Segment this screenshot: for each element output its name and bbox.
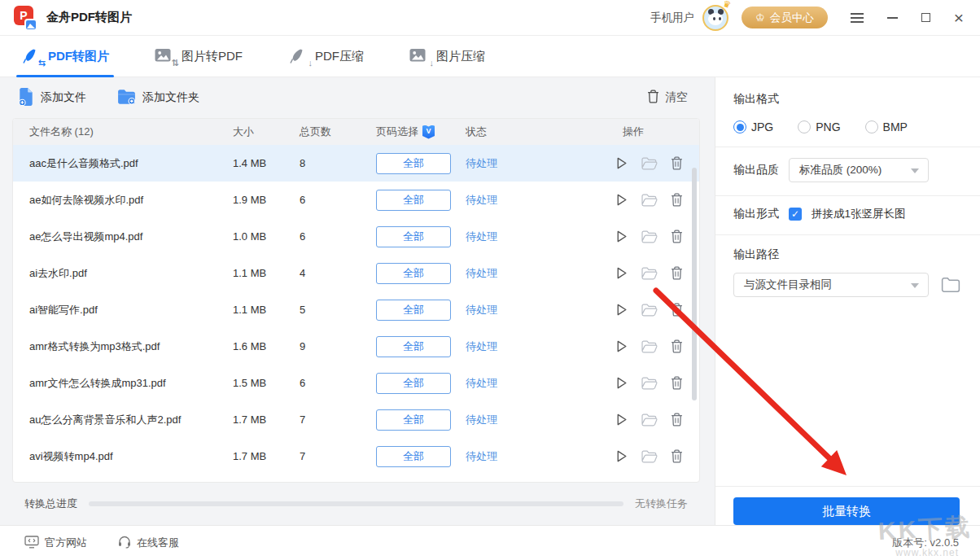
picture-compress-icon: ↓ [409,48,429,64]
radio-icon [798,120,811,133]
table-row[interactable]: aac是什么音频格式.pdf1.4 MB8全部待处理 [13,145,699,182]
header-status: 状态 [466,125,547,139]
open-folder-icon[interactable] [641,194,658,207]
batch-convert-button[interactable]: 批量转换 [733,497,960,525]
table-row[interactable]: 全部 [13,475,699,483]
file-size: 1.7 MB [233,450,300,462]
page-select-button[interactable]: 全部 [376,336,451,357]
radio-icon [865,120,878,133]
delete-icon[interactable] [671,376,683,390]
table-row[interactable]: ae怎么导出视频mp4.pdf1.0 MB6全部待处理 [13,218,699,255]
file-name: amr文件怎么转换成mp31.pdf [13,376,233,391]
format-radio-bmp[interactable]: BMP [865,120,908,133]
open-folder-icon[interactable] [641,377,658,390]
file-size: 1.4 MB [233,157,300,169]
page-select-button[interactable]: 全部 [376,373,451,394]
headset-icon [118,536,131,551]
open-folder-icon[interactable] [641,304,658,317]
delete-icon[interactable] [671,413,683,427]
progress-row: 转换总进度 无转换任务 [0,483,715,525]
tab-image-compress[interactable]: ↓图片压缩 [405,36,490,77]
delete-icon[interactable] [671,449,683,463]
file-pages: 8 [300,157,361,169]
official-site-link[interactable]: 官方网站 [24,536,87,551]
play-icon[interactable] [615,230,628,243]
stitch-checkbox[interactable]: ✓ [789,208,802,221]
play-icon[interactable] [615,376,628,390]
page-select-button[interactable]: 全部 [376,446,451,467]
add-file-button[interactable]: 添加文件 [18,88,86,108]
play-icon[interactable] [615,413,628,427]
play-icon[interactable] [615,266,628,280]
open-folder-icon[interactable] [641,413,658,427]
file-size: 1.1 MB [233,304,300,316]
add-folder-button[interactable]: 添加文件夹 [117,89,199,107]
delete-icon[interactable] [671,266,683,280]
tab-pdf-to-image[interactable]: ⇆PDF转图片 [16,36,114,77]
open-folder-icon[interactable] [641,340,658,353]
page-select-button[interactable]: 全部 [376,483,451,483]
table-row[interactable]: ai智能写作.pdf1.1 MB5全部待处理 [13,291,699,328]
scrollbar-thumb[interactable] [692,168,697,400]
open-folder-icon[interactable] [641,157,658,170]
vip-badge-icon: V [422,125,435,139]
vip-center-button[interactable]: ♔ 会员中心 [742,7,828,28]
format-radio-jpg[interactable]: JPG [733,120,773,133]
table-row[interactable]: amr文件怎么转换成mp31.pdf1.5 MB6全部待处理 [13,365,699,401]
minimize-icon[interactable] [887,17,898,19]
play-icon[interactable] [615,156,628,170]
play-icon[interactable] [615,193,628,207]
file-name: ae如何去除视频水印.pdf [13,193,233,208]
open-folder-icon[interactable] [641,230,658,243]
page-select-button[interactable]: 全部 [376,409,451,431]
tab-pdf-compress[interactable]: ↓PDF压缩 [283,36,369,77]
table-row[interactable]: ai去水印.pdf1.1 MB4全部待处理 [13,255,699,291]
page-select-button[interactable]: 全部 [376,190,451,211]
page-select-button[interactable]: 全部 [376,300,451,321]
maximize-icon[interactable] [921,13,930,22]
crown-icon: ♔ [755,12,765,23]
header-file-name: 文件名称 (12) [29,125,94,139]
format-radio-png[interactable]: PNG [798,120,840,133]
browse-folder-icon[interactable] [941,277,960,293]
open-folder-icon[interactable] [641,267,658,280]
file-name: au怎么分离背景音乐和人声2.pdf [13,413,233,427]
play-icon[interactable] [615,303,628,317]
clear-button[interactable]: 清空 [647,90,688,106]
output-path-label: 输出路径 [733,247,960,262]
online-support-link[interactable]: 在线客服 [118,536,179,551]
close-icon[interactable]: × [954,12,964,24]
page-select-button[interactable]: 全部 [376,153,451,174]
play-icon[interactable] [615,449,628,463]
delete-icon[interactable] [671,156,683,170]
delete-icon[interactable] [671,303,683,317]
delete-icon[interactable] [671,230,683,243]
delete-icon[interactable] [671,193,683,207]
menu-icon[interactable] [851,13,864,23]
tab-image-to-pdf[interactable]: ⇅图片转PDF [150,36,247,77]
monitor-icon [24,536,39,551]
table-row[interactable]: ae如何去除视频水印.pdf1.9 MB6全部待处理 [13,182,699,218]
trash-icon [647,90,659,106]
page-select-button[interactable]: 全部 [376,263,451,284]
file-name: ae怎么导出视频mp4.pdf [13,230,233,244]
file-name: ai去水印.pdf [13,266,233,281]
user-avatar[interactable]: ♛ [702,5,728,31]
output-path-select[interactable]: 与源文件目录相同 [733,273,929,297]
header-actions: 操作 [547,125,699,139]
open-folder-icon[interactable] [641,450,658,463]
file-status: 待处理 [466,230,547,244]
play-icon[interactable] [615,339,628,353]
progress-status: 无转换任务 [635,497,688,511]
file-status: 待处理 [466,449,547,464]
table-row[interactable]: amr格式转换为mp3格式.pdf1.6 MB9全部待处理 [13,328,699,365]
output-quality-select[interactable]: 标准品质 (200%) [789,158,929,182]
table-row[interactable]: au怎么分离背景音乐和人声2.pdf1.7 MB7全部待处理 [13,401,699,438]
page-select-button[interactable]: 全部 [376,226,451,247]
table-row[interactable]: avi视频转mp4.pdf1.7 MB7全部待处理 [13,438,699,475]
file-status: 待处理 [466,413,547,427]
delete-icon[interactable] [671,339,683,353]
file-size: 1.0 MB [233,230,300,243]
file-table: 文件名称 (12) 大小 总页数 页码选择 V 状态 操作 aac是什么音频格式… [12,118,700,483]
app-logo-icon: P [13,6,37,30]
